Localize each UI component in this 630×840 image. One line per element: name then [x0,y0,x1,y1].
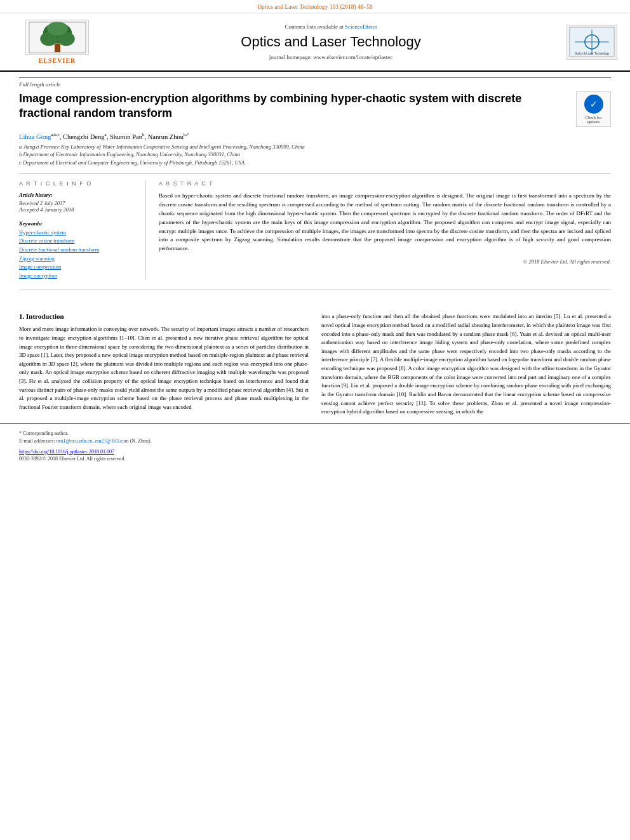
article-type-label: Full length article [19,77,611,88]
footnote-email: E-mail addresses: nru1@ncu.edu.cn, zru21… [19,437,611,445]
svg-rect-1 [54,43,60,52]
journal-citation-text: Optics and Laser Technology 103 (2018) 4… [257,4,373,10]
sciencedirect-line: Contents lists available at ScienceDirec… [102,23,560,30]
keyword-4[interactable]: Zigzag scanning [19,255,136,263]
email-link-2[interactable]: zru21@163.com [95,438,128,444]
article-info-header: A R T I C L E I N F O [19,180,136,187]
check-updates-icon: ✓ [584,95,603,114]
affiliation-a: a Jiangxi Province Key Laboratory of Wat… [19,143,611,151]
journal-logo-right-block: Optics & Laser Technology [560,25,617,60]
journal-title-block: Contents lists available at ScienceDirec… [102,23,560,60]
intro-left-column: 1. Introduction More and more image info… [19,312,309,417]
article-title: Image compression-encryption algorithms … [19,91,570,121]
history-label: Article history: [19,192,136,198]
keywords-block: Keywords: Hyper-chaotic system Discrete … [19,220,136,281]
abstract-text: Based on hyper-chaotic system and discre… [159,192,611,254]
affiliation-b: b Department of Electronic Information E… [19,150,611,159]
doi-link[interactable]: https://doi.org/10.1016/j.optlastec.2018… [19,449,114,455]
abstract-column: A B S T R A C T Based on hyper-chaotic s… [159,180,611,281]
copyright-line: © 2018 Elsevier Ltd. All rights reserved… [159,258,611,265]
journal-title: Optics and Laser Technology [102,34,560,50]
journal-logo-svg: Optics & Laser Technology [569,25,615,58]
article-footer: * Corresponding author. E-mail addresses… [0,423,630,468]
author-lihua-gong[interactable]: Lihua Gong [19,133,51,140]
journal-homepage: journal homepage: www.elsevier.com/locat… [102,54,560,60]
footnote-corresponding: * Corresponding author. [19,430,611,437]
article-title-row: Image compression-encryption algorithms … [19,91,611,127]
intro-heading: 1. Introduction [19,312,309,320]
article-history-block: Article history: Received 2 July 2017 Ac… [19,192,136,213]
check-for-updates-badge: ✓ Check forupdates [576,91,611,127]
received-date: Received 2 July 2017 [19,200,136,206]
journal-citation-bar: Optics and Laser Technology 103 (2018) 4… [0,0,630,13]
elsevier-tree-image [25,20,89,55]
authors-line: Lihua Gonga,b,c, Chengzhi Denga, Shumin … [19,132,611,140]
keyword-3[interactable]: Discrete fractional random transform [19,246,136,255]
section-divider [19,290,611,290]
keyword-5[interactable]: Image compression [19,263,136,272]
affiliations-block: a Jiangxi Province Key Laboratory of Wat… [19,143,611,167]
affiliation-c: c Department of Electrical and Computer … [19,159,611,167]
keyword-6[interactable]: Image encryption [19,272,136,281]
keyword-2[interactable]: Discrete cosine transform [19,237,136,246]
elsevier-tree-svg [27,22,88,53]
intro-left-text: More and more image information is conve… [19,325,309,411]
abstract-header: A B S T R A C T [159,180,611,187]
introduction-section: 1. Introduction More and more image info… [0,312,630,417]
intro-right-column: into a phase-only function and then all … [321,312,611,417]
sciencedirect-link[interactable]: ScienceDirect [345,23,377,30]
email-link-1[interactable]: nru1@ncu.edu.cn [57,438,93,444]
elsevier-logo-block: ELSEVIER [13,20,102,64]
svg-text:Optics & Laser Technology: Optics & Laser Technology [575,52,610,55]
keywords-label: Keywords: [19,220,136,227]
article-info-abstract-section: A R T I C L E I N F O Article history: R… [19,173,611,281]
accepted-date: Accepted 4 January 2018 [19,206,136,213]
elsevier-brand-text: ELSEVIER [39,57,76,64]
issn-line: 0030-3992/© 2018 Elsevier Ltd. All right… [19,456,611,462]
article-info-column: A R T I C L E I N F O Article history: R… [19,180,146,281]
check-updates-label: Check forupdates [579,115,608,124]
keyword-1[interactable]: Hyper-chaotic system [19,229,136,237]
journal-header: ELSEVIER Contents lists available at Sci… [0,13,630,72]
svg-point-5 [47,22,68,36]
journal-logo-image: Optics & Laser Technology [566,25,617,60]
doi-line: https://doi.org/10.1016/j.optlastec.2018… [19,449,611,455]
article-container: Full length article Image compression-en… [0,72,630,312]
intro-right-text: into a phase-only function and then all … [321,312,611,417]
